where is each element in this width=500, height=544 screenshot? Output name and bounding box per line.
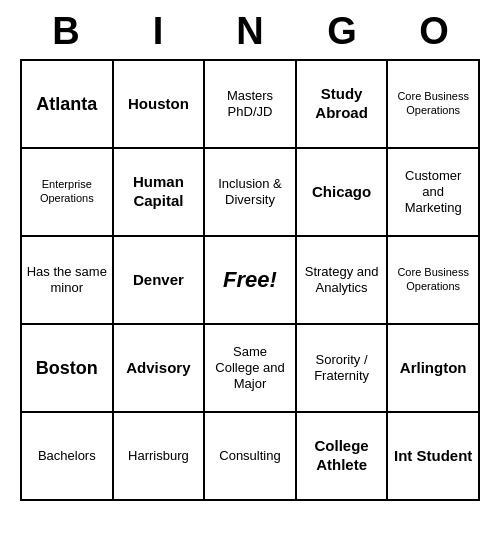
cell-15: Boston xyxy=(22,325,114,413)
cell-8: Chicago xyxy=(297,149,389,237)
bingo-grid: AtlantaHoustonMasters PhD/JDStudy Abroad… xyxy=(20,59,480,501)
cell-11: Denver xyxy=(114,237,206,325)
cell-23: College Athlete xyxy=(297,413,389,501)
cell-14: Core Business Operations xyxy=(388,237,480,325)
cell-21: Harrisburg xyxy=(114,413,206,501)
cell-7: Inclusion & Diversity xyxy=(205,149,297,237)
cell-9: Customer and Marketing xyxy=(388,149,480,237)
cell-12: Free! xyxy=(205,237,297,325)
letter-g: G xyxy=(312,10,372,53)
letter-n: N xyxy=(220,10,280,53)
cell-3: Study Abroad xyxy=(297,61,389,149)
cell-24: Int Student xyxy=(388,413,480,501)
cell-18: Sorority / Fraternity xyxy=(297,325,389,413)
cell-20: Bachelors xyxy=(22,413,114,501)
cell-19: Arlington xyxy=(388,325,480,413)
cell-6: Human Capital xyxy=(114,149,206,237)
cell-17: Same College and Major xyxy=(205,325,297,413)
letter-o: O xyxy=(404,10,464,53)
letter-i: I xyxy=(128,10,188,53)
cell-1: Houston xyxy=(114,61,206,149)
cell-22: Consulting xyxy=(205,413,297,501)
cell-10: Has the same minor xyxy=(22,237,114,325)
cell-16: Advisory xyxy=(114,325,206,413)
cell-5: Enterprise Operations xyxy=(22,149,114,237)
cell-0: Atlanta xyxy=(22,61,114,149)
cell-13: Strategy and Analytics xyxy=(297,237,389,325)
letter-b: B xyxy=(36,10,96,53)
cell-4: Core Business Operations xyxy=(388,61,480,149)
bingo-header: B I N G O xyxy=(20,0,480,59)
cell-2: Masters PhD/JD xyxy=(205,61,297,149)
